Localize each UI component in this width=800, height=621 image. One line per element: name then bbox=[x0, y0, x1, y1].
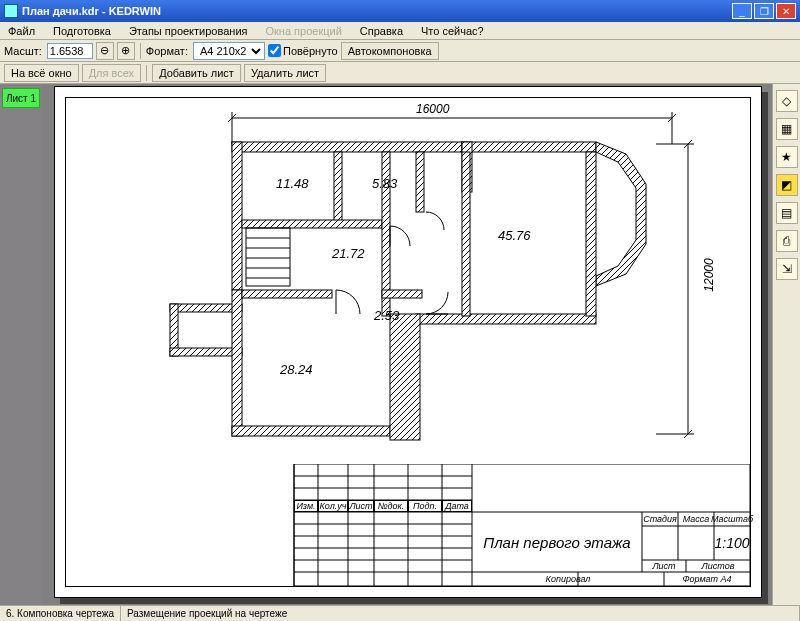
tb-format: Формат А4 bbox=[664, 572, 750, 586]
tb-copied: Копировал bbox=[472, 572, 664, 586]
svg-rect-25 bbox=[416, 152, 424, 212]
workspace: Лист 1 bbox=[0, 84, 800, 605]
separator bbox=[146, 65, 147, 81]
svg-rect-20 bbox=[416, 314, 596, 324]
room-area-6: 28.24 bbox=[280, 362, 313, 377]
tb-podp: Подп. bbox=[408, 500, 442, 512]
tool-icon-7[interactable]: ⇲ bbox=[776, 258, 798, 280]
right-toolbar: ◇ ▦ ★ ◩ ▤ ⎙ ⇲ bbox=[772, 84, 800, 605]
floorplan-drawing bbox=[136, 104, 696, 464]
svg-rect-22 bbox=[334, 152, 342, 226]
svg-rect-27 bbox=[242, 290, 332, 298]
room-area-4: 45.76 bbox=[498, 228, 531, 243]
menu-stages[interactable]: Этапы проектирования bbox=[125, 24, 252, 38]
room-area-2: 5.83 bbox=[372, 176, 397, 191]
zoom-out-button[interactable]: ⊖ bbox=[96, 42, 114, 60]
rotated-checkbox[interactable] bbox=[268, 44, 281, 57]
titlebar: План дачи.kdr - KEDRWIN _ ❐ ✕ bbox=[0, 0, 800, 22]
canvas[interactable]: 16000 12000 11.48 5.83 21.72 45.76 2.53 … bbox=[42, 84, 772, 605]
svg-rect-17 bbox=[170, 348, 242, 356]
zoom-out-icon: ⊖ bbox=[100, 44, 109, 57]
tb-lists: Листов bbox=[686, 560, 750, 572]
app-icon bbox=[4, 4, 18, 18]
tb-scale-val: 1:100 bbox=[714, 526, 750, 560]
scale-input[interactable] bbox=[47, 43, 93, 59]
menu-now[interactable]: Что сейчас? bbox=[417, 24, 488, 38]
svg-rect-28 bbox=[390, 314, 420, 440]
close-button[interactable]: ✕ bbox=[776, 3, 796, 19]
tool-icon-3[interactable]: ★ bbox=[776, 146, 798, 168]
window-buttons: _ ❐ ✕ bbox=[732, 3, 796, 19]
paper-frame: 16000 12000 11.48 5.83 21.72 45.76 2.53 … bbox=[65, 97, 751, 587]
status-2: Размещение проекций на чертеже bbox=[121, 606, 800, 621]
del-sheet-button[interactable]: Удалить лист bbox=[244, 64, 326, 82]
scale-label: Масшт: bbox=[4, 45, 42, 57]
svg-rect-18 bbox=[232, 290, 242, 436]
toolbar-1: Масшт: ⊖ ⊕ Формат: A4 210x297 Повёрнуто … bbox=[0, 40, 800, 62]
svg-rect-23 bbox=[242, 220, 382, 228]
menu-file[interactable]: Файл bbox=[4, 24, 39, 38]
tb-ndoc: №док. bbox=[374, 500, 408, 512]
format-select[interactable]: A4 210x297 bbox=[193, 42, 265, 60]
svg-rect-14 bbox=[232, 142, 242, 290]
svg-rect-19 bbox=[232, 426, 390, 436]
title-block: Изм. Кол.уч Лист №док. Подп. Дата План п… bbox=[64, 464, 750, 586]
room-area-1: 11.48 bbox=[276, 176, 309, 191]
tb-mass: Масса bbox=[678, 512, 714, 526]
svg-rect-30 bbox=[586, 152, 596, 316]
tool-icon-4[interactable]: ◩ bbox=[776, 174, 798, 196]
menu-prep[interactable]: Подготовка bbox=[49, 24, 115, 38]
room-area-5: 2.53 bbox=[374, 308, 399, 323]
tb-list2: Лист bbox=[642, 560, 686, 572]
sheet-tab-1[interactable]: Лист 1 bbox=[2, 88, 40, 108]
menu-projections: Окна проекций bbox=[262, 24, 346, 38]
for-all-button: Для всех bbox=[82, 64, 141, 82]
dim-height: 12000 bbox=[702, 258, 716, 291]
svg-rect-11 bbox=[232, 142, 462, 152]
paper-sheet: 16000 12000 11.48 5.83 21.72 45.76 2.53 … bbox=[54, 86, 762, 598]
svg-rect-32 bbox=[246, 228, 290, 286]
autoarrange-button[interactable]: Автокомпоновка bbox=[341, 42, 439, 60]
svg-rect-15 bbox=[170, 304, 242, 312]
tb-izm: Изм. bbox=[294, 500, 318, 512]
menubar: Файл Подготовка Этапы проектирования Окн… bbox=[0, 22, 800, 40]
svg-marker-13 bbox=[596, 142, 646, 286]
statusbar: 6. Компоновка чертежа Размещение проекци… bbox=[0, 605, 800, 621]
rotated-label: Повёрнуто bbox=[283, 45, 338, 57]
tb-stage: Стадия bbox=[642, 512, 678, 526]
tool-icon-2[interactable]: ▦ bbox=[776, 118, 798, 140]
tb-data: Дата bbox=[442, 500, 472, 512]
tb-scale-hdr: Масштаб bbox=[714, 512, 750, 526]
zoom-in-button[interactable]: ⊕ bbox=[117, 42, 135, 60]
format-label: Формат: bbox=[146, 45, 188, 57]
svg-rect-29 bbox=[462, 152, 470, 316]
toolbar-2: На всё окно Для всех Добавить лист Удали… bbox=[0, 62, 800, 84]
zoom-in-icon: ⊕ bbox=[121, 44, 130, 57]
minimize-button[interactable]: _ bbox=[732, 3, 752, 19]
add-sheet-button[interactable]: Добавить лист bbox=[152, 64, 241, 82]
tb-kol: Кол.уч bbox=[318, 500, 348, 512]
status-1: 6. Компоновка чертежа bbox=[0, 606, 121, 621]
dim-width: 16000 bbox=[416, 102, 449, 116]
separator bbox=[140, 43, 141, 59]
rotated-check[interactable]: Повёрнуто bbox=[268, 44, 338, 57]
svg-rect-12 bbox=[462, 142, 596, 152]
svg-rect-26 bbox=[382, 290, 422, 298]
maximize-button[interactable]: ❐ bbox=[754, 3, 774, 19]
tool-icon-5[interactable]: ▤ bbox=[776, 202, 798, 224]
sheet-tabs: Лист 1 bbox=[0, 84, 42, 605]
tool-icon-1[interactable]: ◇ bbox=[776, 90, 798, 112]
drawing-title: План первого этажа bbox=[472, 512, 642, 572]
window-title: План дачи.kdr - KEDRWIN bbox=[22, 5, 732, 17]
menu-help[interactable]: Справка bbox=[356, 24, 407, 38]
room-area-3: 21.72 bbox=[332, 246, 365, 261]
fit-window-button[interactable]: На всё окно bbox=[4, 64, 79, 82]
tool-icon-6[interactable]: ⎙ bbox=[776, 230, 798, 252]
tb-list: Лист bbox=[348, 500, 374, 512]
